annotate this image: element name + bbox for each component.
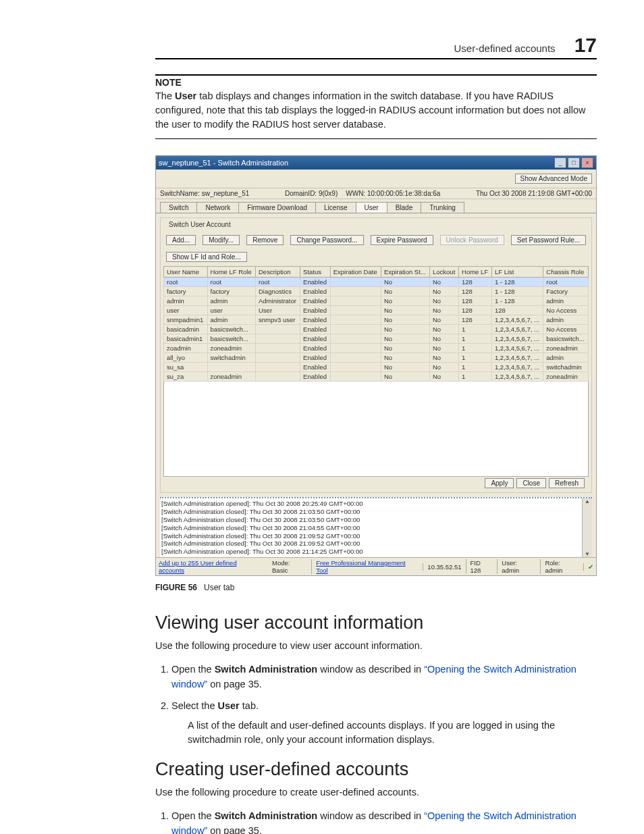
table-row[interactable]: basicadmin1basicswitch...EnabledNoNo11,2… bbox=[164, 334, 589, 344]
table-cell bbox=[330, 344, 381, 353]
tab-network[interactable]: Network bbox=[196, 202, 239, 213]
show-lf-id-button[interactable]: Show LF Id and Role... bbox=[166, 252, 247, 262]
table-cell: 1 - 128 bbox=[491, 296, 543, 306]
table-cell: zoneadmin bbox=[543, 344, 589, 353]
table-cell bbox=[255, 325, 300, 334]
tab-blade[interactable]: Blade bbox=[387, 202, 422, 213]
table-row[interactable]: factoryfactoryDiagnosticsEnabledNoNo1281… bbox=[164, 287, 589, 296]
table-cell: No bbox=[430, 353, 459, 363]
th-homelf[interactable]: Home LF bbox=[459, 267, 492, 278]
apply-button[interactable]: Apply bbox=[485, 478, 514, 488]
modify-button[interactable]: Modify... bbox=[203, 235, 240, 245]
th-expdate[interactable]: Expiration Date bbox=[330, 267, 381, 278]
note-rule-top bbox=[155, 74, 597, 76]
table-cell bbox=[330, 325, 381, 334]
tab-license[interactable]: License bbox=[315, 202, 356, 213]
tab-switch[interactable]: Switch bbox=[160, 202, 197, 213]
th-username[interactable]: User Name bbox=[164, 267, 208, 278]
table-cell: 1 - 128 bbox=[491, 278, 543, 287]
th-description[interactable]: Description bbox=[255, 267, 300, 278]
table-cell: 128 bbox=[459, 306, 492, 315]
table-cell: 1,2,3,4,5,6,7, ... bbox=[491, 344, 543, 353]
table-cell: snmpadmin1 bbox=[164, 315, 208, 325]
status-hint[interactable]: Add up to 255 User defined accounts bbox=[159, 559, 264, 574]
scrollbar[interactable]: ▲▼ bbox=[582, 498, 592, 557]
table-cell bbox=[330, 353, 381, 363]
table-cell: No bbox=[381, 306, 429, 315]
th-lflist[interactable]: LF List bbox=[491, 267, 543, 278]
set-password-rule-button[interactable]: Set Password Rule... bbox=[511, 235, 586, 245]
close-button[interactable]: × bbox=[581, 157, 593, 168]
change-password-button[interactable]: Change Password... bbox=[290, 235, 363, 245]
table-row[interactable]: snmpadmin1adminsnmpv3 userEnabledNoNo128… bbox=[164, 315, 589, 325]
table-cell: Enabled bbox=[300, 344, 331, 353]
accounts-table[interactable]: User Name Home LF Role Description Statu… bbox=[163, 266, 589, 382]
table-cell: su_za bbox=[164, 372, 208, 382]
th-lockout[interactable]: Lockout bbox=[430, 267, 459, 278]
table-cell: basicswitch... bbox=[543, 334, 589, 344]
table-cell bbox=[255, 353, 300, 363]
table-row[interactable]: all_iyoswitchadminEnabledNoNo11,2,3,4,5,… bbox=[164, 353, 589, 363]
table-row[interactable]: useruserUserEnabledNoNo128128No Access bbox=[164, 306, 589, 315]
minimize-button[interactable]: _ bbox=[554, 157, 566, 168]
status-ok-icon: ✔ bbox=[583, 563, 593, 571]
log-line: [Switch Administration closed]: Thu Oct … bbox=[161, 524, 581, 532]
table-row[interactable]: rootrootrootEnabledNoNo1281 - 128root bbox=[164, 278, 589, 287]
table-cell: No bbox=[381, 344, 429, 353]
table-cell: 1 bbox=[459, 372, 492, 382]
table-cell: 128 bbox=[491, 306, 543, 315]
table-cell bbox=[330, 278, 381, 287]
viewing-steps: Open the Switch Administration window as… bbox=[155, 662, 597, 747]
table-cell: switchadmin bbox=[543, 363, 589, 372]
table-cell: user bbox=[164, 306, 208, 315]
table-cell: Enabled bbox=[300, 363, 331, 372]
tab-firmware-download[interactable]: Firmware Download bbox=[238, 202, 316, 213]
tab-user[interactable]: User bbox=[356, 202, 387, 213]
table-cell: 1 bbox=[459, 344, 492, 353]
table-cell bbox=[330, 372, 381, 382]
expire-password-button[interactable]: Expire Password bbox=[371, 235, 433, 245]
table-cell: No bbox=[430, 372, 459, 382]
step-open-switch-admin-2: Open the Switch Administration window as… bbox=[171, 809, 597, 834]
tab-trunking[interactable]: Trunking bbox=[421, 202, 464, 213]
table-row[interactable]: basicadminbasicswitch...EnabledNoNo11,2,… bbox=[164, 325, 589, 334]
scroll-up-icon[interactable]: ▲ bbox=[585, 498, 590, 504]
table-row[interactable]: adminadminAdministratorEnabledNoNo1281 -… bbox=[164, 296, 589, 306]
refresh-button[interactable]: Refresh bbox=[549, 478, 585, 488]
table-cell: 1 bbox=[459, 363, 492, 372]
show-advanced-mode-button[interactable]: Show Advanced Mode bbox=[515, 174, 592, 184]
unlock-password-button[interactable]: Unlock Password bbox=[440, 235, 504, 245]
table-cell: 1,2,3,4,5,6,7, ... bbox=[491, 372, 543, 382]
table-cell: No bbox=[430, 278, 459, 287]
note-heading: NOTE bbox=[155, 77, 597, 88]
table-cell: root bbox=[255, 278, 300, 287]
table-cell: basicadmin bbox=[164, 325, 208, 334]
table-cell: basicswitch... bbox=[207, 325, 255, 334]
table-cell: root bbox=[164, 278, 208, 287]
table-cell: 1 bbox=[459, 334, 492, 344]
table-cell: Diagnostics bbox=[255, 287, 300, 296]
status-tool-link[interactable]: Free Professional Management Tool bbox=[311, 559, 419, 574]
table-cell bbox=[207, 363, 255, 372]
table-cell bbox=[255, 372, 300, 382]
scroll-down-icon[interactable]: ▼ bbox=[585, 551, 590, 557]
status-mode: Mode: Basic bbox=[272, 559, 307, 574]
table-row[interactable]: zoadminzoneadminEnabledNoNo11,2,3,4,5,6,… bbox=[164, 344, 589, 353]
remove-button[interactable]: Remove bbox=[246, 235, 284, 245]
status-fid: FID 128 bbox=[466, 559, 493, 574]
timestamp: Thu Oct 30 2008 21:19:08 GMT+00:00 bbox=[476, 190, 592, 197]
th-status[interactable]: Status bbox=[300, 267, 331, 278]
th-homelfrole[interactable]: Home LF Role bbox=[207, 267, 255, 278]
table-cell bbox=[330, 296, 381, 306]
table-row[interactable]: su_zazoneadminEnabledNoNo11,2,3,4,5,6,7,… bbox=[164, 372, 589, 382]
add-button[interactable]: Add... bbox=[166, 235, 196, 245]
table-cell: snmpv3 user bbox=[255, 315, 300, 325]
th-chassisrole[interactable]: Chassis Role bbox=[543, 267, 589, 278]
close-window-button[interactable]: Close bbox=[516, 478, 546, 488]
table-cell: Enabled bbox=[300, 278, 331, 287]
table-cell: No bbox=[381, 325, 429, 334]
th-expst[interactable]: Expiration St... bbox=[381, 267, 429, 278]
maximize-button[interactable]: □ bbox=[568, 157, 580, 168]
table-row[interactable]: su_saEnabledNoNo11,2,3,4,5,6,7, ...switc… bbox=[164, 363, 589, 372]
status-bar: Add up to 255 User defined accounts Mode… bbox=[156, 557, 596, 575]
